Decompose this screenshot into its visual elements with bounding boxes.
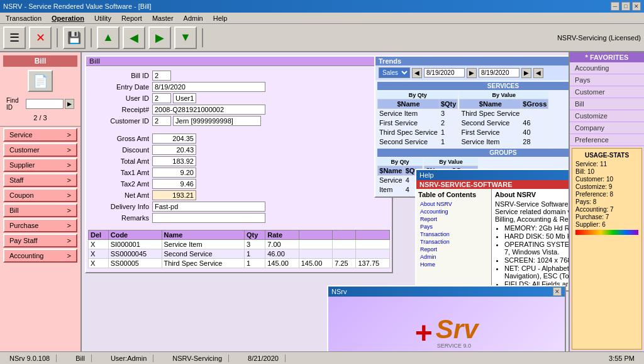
help-body: Table of Contents About NSRVAccountingRe… bbox=[416, 189, 569, 287]
by-qty-label: By Qty bbox=[377, 91, 458, 99]
delivery-input[interactable] bbox=[152, 202, 265, 212]
col-c3 bbox=[356, 230, 390, 240]
cell-name: Third Spec Service bbox=[378, 128, 440, 137]
bill-id-input[interactable] bbox=[152, 71, 171, 81]
cell-gross: 46 bbox=[521, 118, 548, 128]
menu-operation[interactable]: Operation bbox=[49, 14, 87, 23]
toc-item[interactable]: About NSRV bbox=[418, 200, 489, 208]
sidebar-item-customer[interactable]: Customer> bbox=[3, 143, 77, 157]
net-input[interactable] bbox=[152, 190, 196, 200]
cell-qty: 1 bbox=[439, 128, 457, 137]
help-toc-items: About NSRVAccountingReportPaysTransactio… bbox=[418, 200, 489, 268]
main-layout: Bill 📄 Find ID ▶ 2 / 3 Service>Customer>… bbox=[0, 52, 644, 351]
toolbar-up-btn[interactable]: ▲ bbox=[97, 26, 119, 49]
toc-item[interactable]: Transaction bbox=[418, 230, 489, 238]
about-text: NSRV-Service Software is used for Billin… bbox=[495, 200, 569, 223]
val-col-name: $Name bbox=[460, 100, 521, 109]
bill-table-container: Del Code Name Qty Rate XSI000001Service … bbox=[86, 226, 392, 272]
trends-date-from[interactable] bbox=[424, 68, 465, 77]
favorites-title: * FAVORITES bbox=[570, 52, 644, 62]
tax2-input[interactable] bbox=[152, 179, 196, 189]
toc-item[interactable]: Home bbox=[418, 261, 489, 268]
page-info: 2 / 3 bbox=[3, 113, 77, 123]
trends-type-select[interactable]: Sales bbox=[379, 67, 410, 78]
menu-utility[interactable]: Utility bbox=[92, 14, 114, 23]
toc-item[interactable]: Accounting bbox=[418, 208, 489, 215]
sidebar-item-pay-staff[interactable]: Pay Staff> bbox=[3, 234, 77, 247]
menu-help[interactable]: Help bbox=[211, 14, 230, 23]
favorites-item-customize[interactable]: Customize bbox=[570, 110, 644, 122]
favorites-item-pays[interactable]: Pays bbox=[570, 74, 644, 86]
col-code: Code bbox=[108, 230, 162, 240]
minimize-btn[interactable]: ─ bbox=[611, 2, 619, 11]
total-input[interactable] bbox=[152, 156, 196, 166]
toolbar-close-btn[interactable]: ✕ bbox=[29, 26, 52, 49]
menu-report[interactable]: Report bbox=[119, 14, 145, 23]
qty-col-qty: $Qty bbox=[439, 100, 457, 109]
sidebar-item-arrow: > bbox=[67, 176, 71, 184]
sidebar-item-purchase[interactable]: Purchase> bbox=[3, 219, 77, 232]
entry-date-input[interactable] bbox=[152, 82, 265, 92]
toolbar-down-btn[interactable]: ▼ bbox=[174, 26, 197, 49]
nsrv-close-btn[interactable]: ✕ bbox=[553, 287, 562, 296]
sidebar-item-service[interactable]: Service> bbox=[3, 128, 77, 142]
sidebar-item-staff[interactable]: Staff> bbox=[3, 173, 77, 187]
find-btn[interactable]: ▶ bbox=[65, 99, 74, 109]
total-label: Total Amt bbox=[92, 157, 149, 165]
menu-master[interactable]: Master bbox=[150, 14, 176, 23]
toolbar-forward-btn[interactable]: ▶ bbox=[148, 26, 171, 49]
trends-date-to[interactable] bbox=[479, 68, 519, 77]
toc-item[interactable]: Report bbox=[418, 215, 489, 223]
toolbar-save-btn[interactable]: 💾 bbox=[63, 26, 86, 49]
tax1-input[interactable] bbox=[152, 168, 196, 178]
discount-label: Discount bbox=[92, 146, 149, 154]
help-requirements: MEMORY: 2Gb Hd Ram, 1 Gb Ram.HARD DISK: … bbox=[504, 224, 569, 287]
find-label: Find ID bbox=[6, 97, 25, 111]
favorites-item-company[interactable]: Company bbox=[570, 122, 644, 134]
remarks-input[interactable] bbox=[152, 213, 265, 223]
sidebar-item-accounting[interactable]: Accounting> bbox=[3, 249, 77, 263]
find-input[interactable] bbox=[26, 99, 64, 109]
toolbar-separator1 bbox=[57, 28, 58, 47]
help-title-text: Help bbox=[419, 171, 434, 179]
cell-c3: 137.75 bbox=[356, 259, 390, 268]
list-item: Service Item3 bbox=[378, 109, 458, 118]
sidebar-item-arrow: > bbox=[67, 252, 71, 259]
favorites-item-customer[interactable]: Customer bbox=[570, 86, 644, 98]
sidebar-item-label: Supplier bbox=[9, 161, 35, 169]
usage-stat-item: Accounting: 7 bbox=[575, 206, 638, 213]
toc-item[interactable]: Report bbox=[418, 246, 489, 253]
trends-prev-btn[interactable]: ◀ bbox=[412, 68, 422, 78]
close-btn[interactable]: ✕ bbox=[632, 2, 641, 11]
menu-transaction[interactable]: Transaction bbox=[3, 14, 44, 23]
toc-item[interactable]: Admin bbox=[418, 253, 489, 261]
menu-admin[interactable]: Admin bbox=[181, 14, 206, 23]
favorites-item-accounting[interactable]: Accounting bbox=[570, 62, 644, 74]
user-id-input[interactable] bbox=[152, 93, 171, 103]
toolbar-menu-btn[interactable]: ☰ bbox=[3, 26, 26, 49]
toc-item[interactable]: Pays bbox=[418, 223, 489, 230]
discount-input[interactable] bbox=[152, 145, 196, 155]
trends-nav-left-btn[interactable]: ◀ bbox=[533, 68, 543, 78]
sidebar-item-coupon[interactable]: Coupon> bbox=[3, 188, 77, 202]
cell-c2 bbox=[333, 249, 356, 259]
nsrv-body: + Srv SERVICE 9.0 NSRV-Servicing (Licens… bbox=[328, 297, 565, 351]
trends-date-next-btn[interactable]: ▶ bbox=[467, 68, 477, 78]
list-item: Third Spec Service bbox=[460, 109, 548, 118]
maximize-btn[interactable]: □ bbox=[621, 2, 630, 11]
sidebar-item-arrow: > bbox=[67, 191, 71, 199]
receipt-input[interactable] bbox=[152, 105, 265, 115]
status-date: 8/21/2020 bbox=[242, 355, 286, 362]
gross-input[interactable] bbox=[152, 134, 196, 144]
favorites-item-preference[interactable]: Preference bbox=[570, 134, 644, 146]
sidebar-item-bill[interactable]: Bill> bbox=[3, 203, 77, 217]
list-item: Second Service46 bbox=[460, 118, 548, 128]
toc-item[interactable]: Transaction bbox=[418, 238, 489, 246]
trends-to-next-btn[interactable]: ▶ bbox=[521, 68, 531, 78]
sidebar-item-supplier[interactable]: Supplier> bbox=[3, 158, 77, 172]
favorites-item-bill[interactable]: Bill bbox=[570, 98, 644, 110]
cell-c3 bbox=[356, 240, 390, 249]
customer-id-input[interactable] bbox=[152, 116, 171, 126]
status-time: 3:55 PM bbox=[602, 355, 641, 362]
toolbar-back-btn[interactable]: ◀ bbox=[123, 26, 145, 49]
